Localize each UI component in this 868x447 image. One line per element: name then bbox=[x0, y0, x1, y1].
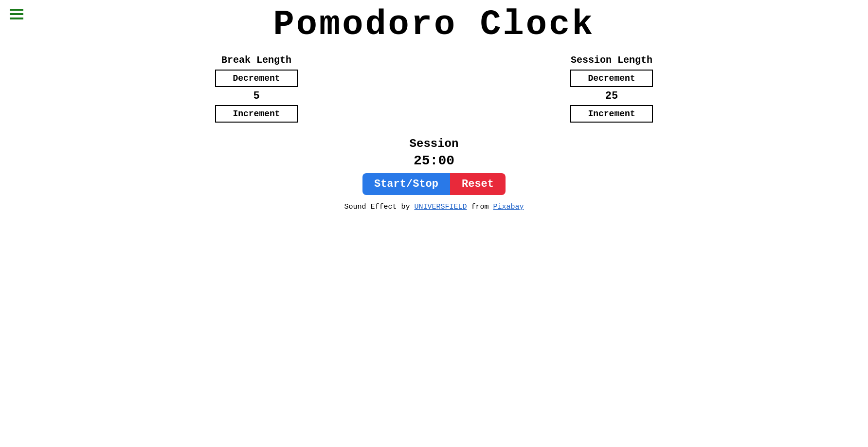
attribution-pixabay-link[interactable]: Pixabay bbox=[493, 203, 524, 211]
timer-buttons: Start/Stop Reset bbox=[362, 173, 506, 195]
break-increment-button[interactable]: Increment bbox=[215, 105, 298, 123]
session-length-label: Session Length bbox=[571, 54, 652, 66]
break-length-value: 5 bbox=[253, 89, 259, 103]
session-increment-button[interactable]: Increment bbox=[570, 105, 653, 123]
timer-section: Session 25:00 Start/Stop Reset Sound Eff… bbox=[344, 137, 524, 211]
main-container: Pomodoro Clock Break Length Decrement 5 … bbox=[0, 0, 868, 211]
hamburger-line-1 bbox=[10, 9, 23, 11]
session-length-value: 25 bbox=[605, 89, 618, 103]
app-title: Pomodoro Clock bbox=[273, 5, 595, 45]
hamburger-menu-button[interactable] bbox=[10, 9, 23, 19]
timer-label: Session bbox=[410, 137, 459, 150]
timer-display: 25:00 bbox=[414, 153, 454, 168]
break-length-section: Break Length Decrement 5 Increment bbox=[215, 54, 298, 123]
hamburger-line-2 bbox=[10, 13, 23, 15]
session-decrement-button[interactable]: Decrement bbox=[570, 70, 653, 87]
reset-button[interactable]: Reset bbox=[450, 173, 506, 195]
break-length-label: Break Length bbox=[221, 54, 291, 66]
attribution-text: Sound Effect by UNIVERSFIELD from Pixaba… bbox=[344, 203, 524, 211]
hamburger-line-3 bbox=[10, 18, 23, 19]
attribution-middle: from bbox=[467, 203, 493, 211]
attribution-universfield-link[interactable]: UNIVERSFIELD bbox=[414, 203, 467, 211]
start-stop-button[interactable]: Start/Stop bbox=[362, 173, 450, 195]
attribution-prefix: Sound Effect by bbox=[344, 203, 414, 211]
session-length-section: Session Length Decrement 25 Increment bbox=[570, 54, 653, 123]
controls-row: Break Length Decrement 5 Increment Sessi… bbox=[215, 54, 653, 123]
break-decrement-button[interactable]: Decrement bbox=[215, 70, 298, 87]
